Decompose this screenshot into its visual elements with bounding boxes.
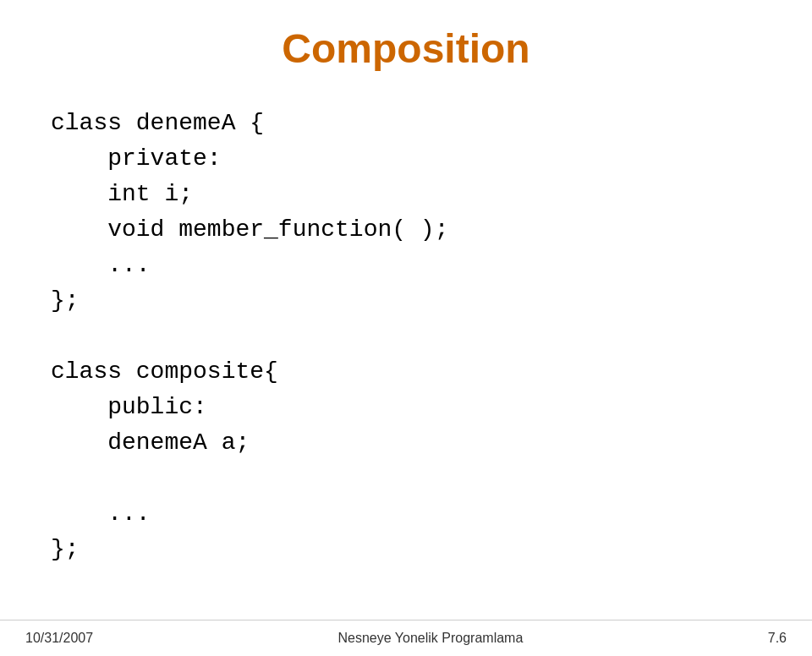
footer-date: 10/31/2007: [25, 631, 93, 646]
slide-content: class denemeA { private: int i; void mem…: [0, 106, 812, 620]
slide-container: Composition class denemeA { private: int…: [0, 0, 812, 656]
slide-footer: 10/31/2007 Nesneye Yonelik Programlama 7…: [0, 620, 812, 656]
slide-title: Composition: [0, 25, 812, 72]
footer-course: Nesneye Yonelik Programlama: [338, 631, 524, 646]
footer-slide-number: 7.6: [768, 631, 787, 646]
code-block: class denemeA { private: int i; void mem…: [51, 106, 761, 567]
title-text: Composition: [0, 25, 812, 72]
